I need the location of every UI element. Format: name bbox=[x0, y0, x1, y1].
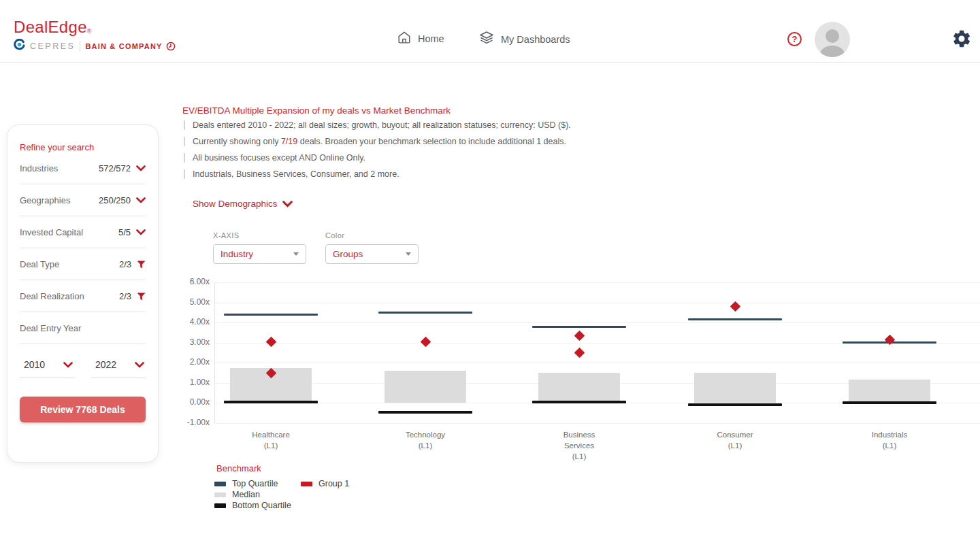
group1-data-point[interactable] bbox=[265, 367, 276, 378]
filter-deal-entry-year[interactable]: Deal Entry Year bbox=[20, 323, 146, 344]
chart-title: EV/EBITDA Multiple Expansion of my deals… bbox=[182, 105, 451, 116]
group1-data-point[interactable] bbox=[574, 348, 585, 358]
y-axis-tick-label: 6.00x bbox=[172, 277, 210, 286]
filter-deal-realization[interactable]: Deal Realization 2/3 bbox=[20, 291, 146, 312]
color-selected-value: Groups bbox=[333, 249, 363, 259]
top-quartile-line[interactable] bbox=[532, 326, 626, 328]
median-bar[interactable] bbox=[849, 380, 930, 403]
x-axis-category-label: Consumer(L1) bbox=[694, 429, 776, 451]
nav-my-dashboards-label: My Dashboards bbox=[501, 34, 570, 45]
bottom-quartile-line[interactable] bbox=[688, 403, 782, 406]
bottom-quartile-line[interactable] bbox=[378, 411, 472, 414]
legend-item-top-quartile: Top Quartile bbox=[214, 478, 291, 489]
xaxis-selected-value: Industry bbox=[220, 249, 253, 259]
group1-data-point[interactable] bbox=[420, 336, 431, 347]
bain-clock-icon bbox=[166, 41, 176, 51]
group1-data-point[interactable] bbox=[265, 336, 276, 347]
legend-swatch-group1 bbox=[301, 482, 312, 486]
y-axis-line bbox=[214, 282, 215, 423]
legend-swatch-bottom-quartile bbox=[214, 503, 226, 508]
nav-my-dashboards[interactable]: My Dashboards bbox=[478, 30, 570, 48]
filter-value: 572/572 bbox=[99, 163, 131, 173]
x-axis-category-label: Technology(L1) bbox=[385, 429, 466, 451]
bottom-quartile-line[interactable] bbox=[843, 401, 936, 404]
y-axis-tick-label: 4.00x bbox=[172, 317, 210, 327]
filter-label: Deal Type bbox=[20, 259, 59, 269]
y-axis-tick-label: 3.00x bbox=[172, 337, 210, 347]
median-bar[interactable] bbox=[385, 371, 466, 403]
subtitle-deal-scope: Deals entered 2010 - 2022; all deal size… bbox=[184, 120, 571, 130]
bottom-quartile-line[interactable] bbox=[532, 401, 626, 403]
legend-group-items: Group 1 bbox=[301, 478, 349, 489]
group1-data-point[interactable] bbox=[884, 335, 895, 346]
legend-label-median: Median bbox=[232, 490, 260, 499]
gridline bbox=[214, 383, 980, 384]
legend-item-group1: Group 1 bbox=[301, 478, 349, 489]
top-quartile-line[interactable] bbox=[688, 318, 782, 320]
help-icon[interactable]: ? bbox=[787, 32, 802, 46]
avatar[interactable] bbox=[815, 22, 850, 57]
gridline bbox=[214, 343, 980, 344]
subtitle-showing-deals: Currently showing only 7/19 deals. Broad… bbox=[184, 137, 571, 146]
xaxis-control-label: X-AXIS bbox=[213, 231, 306, 239]
gridline bbox=[214, 423, 980, 424]
home-icon bbox=[397, 30, 412, 47]
top-quartile-line[interactable] bbox=[843, 341, 936, 344]
year-to-select[interactable]: 2022 bbox=[91, 358, 146, 378]
group1-data-point[interactable] bbox=[730, 301, 740, 312]
nav-home[interactable]: Home bbox=[397, 30, 444, 47]
top-quartile-line[interactable] bbox=[378, 312, 472, 314]
filter-industries[interactable]: Industries 572/572 bbox=[20, 163, 146, 184]
select-caret-icon bbox=[406, 252, 411, 256]
subtitle-business-focus: All business focuses except AND Online O… bbox=[184, 153, 571, 163]
filter-invested-capital[interactable]: Invested Capital 5/5 bbox=[20, 227, 146, 248]
x-axis-category-label: Healthcare(L1) bbox=[230, 429, 312, 451]
gridline bbox=[214, 363, 980, 363]
legend-label-group1: Group 1 bbox=[318, 479, 349, 488]
chart-subtitles: Deals entered 2010 - 2022; all deal size… bbox=[184, 120, 571, 186]
year-from-value: 2010 bbox=[24, 359, 45, 370]
select-caret-icon bbox=[293, 252, 299, 256]
median-bar[interactable] bbox=[538, 373, 620, 403]
chevron-down-icon bbox=[136, 197, 146, 203]
filter-label: Geographies bbox=[20, 195, 70, 205]
filter-value: 2/3 bbox=[119, 259, 131, 269]
show-demographics-link[interactable]: Show Demographics bbox=[193, 199, 293, 209]
chevron-down-icon bbox=[63, 362, 73, 368]
bottom-quartile-line[interactable] bbox=[224, 401, 318, 403]
gridline bbox=[214, 322, 980, 323]
gridline bbox=[214, 303, 980, 303]
legend-item-median: Median bbox=[214, 489, 291, 500]
gridline bbox=[214, 282, 980, 283]
chevron-down-icon bbox=[135, 362, 144, 368]
filter-label: Industries bbox=[20, 163, 58, 173]
filter-label: Deal Realization bbox=[20, 291, 84, 301]
xaxis-select[interactable]: Industry bbox=[213, 244, 306, 264]
review-deals-button[interactable]: Review 7768 Deals bbox=[20, 397, 146, 422]
filter-geographies[interactable]: Geographies 250/250 bbox=[20, 195, 146, 216]
deal-entry-year-range: 2010 2022 bbox=[20, 358, 146, 378]
refine-search-title: Refine your search bbox=[20, 142, 146, 152]
nav-home-label: Home bbox=[418, 33, 444, 44]
chevron-down-icon bbox=[282, 201, 293, 207]
x-axis-category-label: Industrials(L1) bbox=[849, 429, 930, 451]
year-from-select[interactable]: 2010 bbox=[20, 358, 74, 378]
filter-deal-type[interactable]: Deal Type 2/3 bbox=[20, 259, 146, 280]
xaxis-control: X-AXIS Industry bbox=[213, 231, 306, 264]
median-bar[interactable] bbox=[230, 368, 312, 403]
top-quartile-line[interactable] bbox=[224, 314, 318, 316]
settings-gear-icon[interactable] bbox=[951, 29, 972, 52]
color-control: Color Groups bbox=[325, 231, 419, 264]
filter-label: Invested Capital bbox=[20, 227, 83, 237]
logo-divider bbox=[80, 41, 80, 52]
y-axis-tick-label: 1.00x bbox=[172, 378, 210, 387]
chevron-down-icon bbox=[136, 165, 146, 171]
group1-data-point[interactable] bbox=[574, 331, 585, 341]
legend-label-bottom-quartile: Bottom Quartile bbox=[232, 501, 291, 510]
median-bar[interactable] bbox=[694, 373, 776, 403]
legend-item-bottom-quartile: Bottom Quartile bbox=[214, 500, 291, 511]
dealedge-logo[interactable]: DealEdge® CEPRES BAIN & COMPANY bbox=[14, 18, 176, 53]
color-select[interactable]: Groups bbox=[325, 244, 419, 264]
filter-value: 250/250 bbox=[99, 195, 131, 205]
bain-wordmark: BAIN & COMPANY bbox=[85, 41, 175, 51]
